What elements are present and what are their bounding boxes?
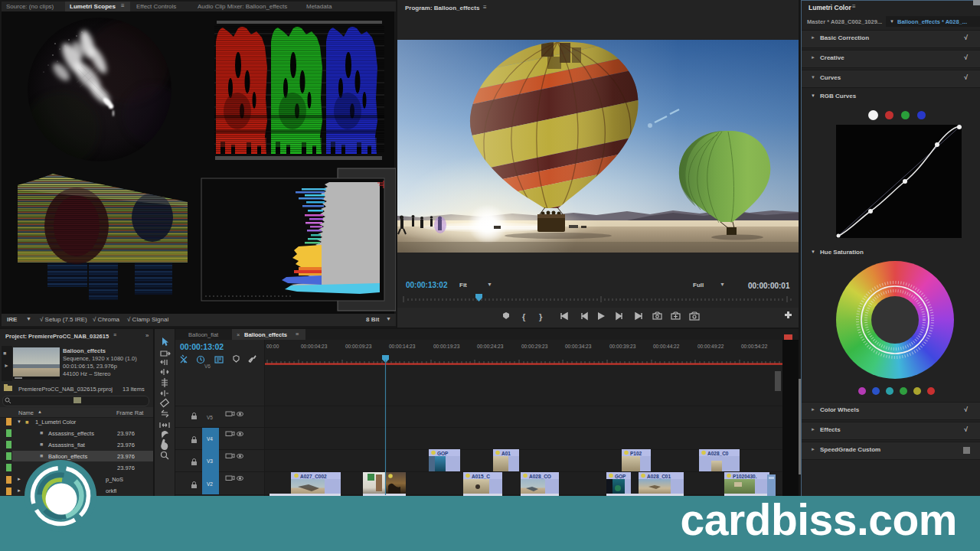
svg-text:A015_C: A015_C: [472, 474, 490, 479]
svg-text:GOP: GOP: [615, 474, 626, 479]
svg-text:GOP: GOP: [437, 451, 449, 456]
svg-text:V4: V4: [207, 436, 213, 442]
svg-text:P1020430.: P1020430.: [733, 474, 757, 479]
svg-text:V5: V5: [207, 415, 213, 420]
svg-text:A027_C002: A027_C002: [300, 474, 327, 479]
svg-text:A028_C01: A028_C01: [647, 474, 671, 479]
svg-text:A028_CO: A028_CO: [529, 474, 551, 479]
svg-text:P102: P102: [630, 451, 642, 456]
svg-text:V3: V3: [207, 458, 213, 464]
svg-text:{: {: [522, 312, 526, 321]
svg-text:A028_C0: A028_C0: [707, 451, 729, 456]
svg-text:}: }: [539, 312, 543, 321]
svg-text:A01: A01: [501, 451, 511, 456]
svg-text:V2: V2: [207, 481, 213, 487]
